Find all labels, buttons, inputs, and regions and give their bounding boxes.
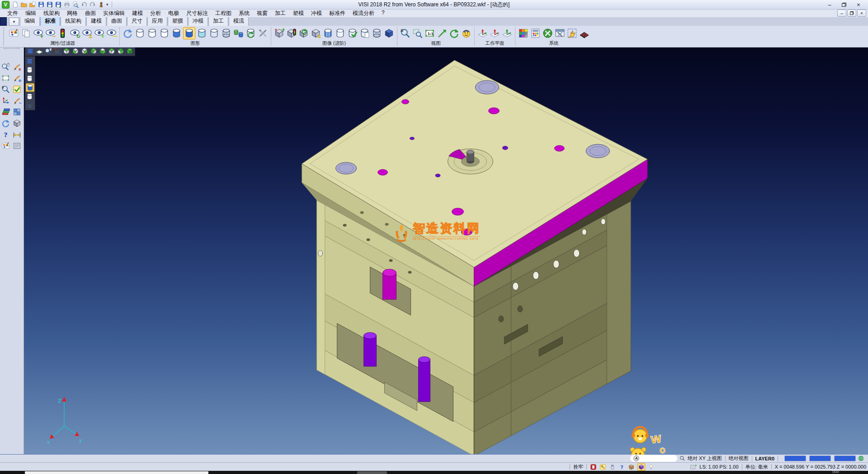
tab-9[interactable]: 加工 (208, 16, 228, 26)
undo-icon[interactable] (80, 1, 88, 8)
notes-board-icon[interactable] (12, 141, 22, 151)
menu-item-16[interactable]: 标准件 (326, 9, 349, 18)
status-jar-icon[interactable] (609, 464, 616, 470)
settings-ball-icon[interactable] (542, 28, 553, 39)
units-label[interactable]: 单位: 毫米 (745, 464, 768, 470)
tab-5[interactable]: 尺寸 (127, 16, 147, 26)
zoom-1to1-icon[interactable]: 1:1 (424, 28, 435, 39)
menu-item-18[interactable]: ? (378, 9, 388, 18)
viewport-3d[interactable]: Z x y 智造资料网 INTELLIGENT MANUFACTURING DA… (24, 47, 868, 455)
measure-icon[interactable] (12, 130, 22, 139)
display-outline-3-icon[interactable] (26, 93, 33, 100)
status-workplane-cube-icon[interactable] (637, 463, 645, 471)
tab-4[interactable]: 曲面 (107, 16, 127, 26)
app-logo-icon[interactable]: V (2, 1, 9, 9)
restore-button[interactable] (840, 1, 848, 8)
refresh-view-icon[interactable] (1, 118, 10, 128)
shading-settings-icon[interactable] (257, 28, 269, 39)
menu-item-13[interactable]: 加工 (271, 9, 289, 18)
menu-item-17[interactable]: 模流分析 (349, 9, 378, 18)
layer-list-icon[interactable] (26, 57, 33, 65)
quick-access-dropdown-icon[interactable]: ▾ (106, 2, 108, 7)
view-orientation-label[interactable]: 绝对 XY 上视图 (688, 455, 722, 462)
view-face-icon[interactable] (461, 28, 472, 39)
snap-settings-icon[interactable]: + (566, 28, 578, 39)
transparent-view-icon[interactable] (196, 28, 208, 39)
striped-cylinder-blue-icon[interactable] (322, 28, 334, 39)
cylinder-outline-1-icon[interactable] (134, 28, 146, 39)
close-button[interactable]: × (854, 1, 863, 8)
view-cube-3-icon[interactable] (80, 47, 89, 55)
annotation-a-icon[interactable]: A (633, 455, 640, 462)
cylinder-outline-3-icon[interactable] (159, 28, 170, 39)
status-lamp-icon[interactable] (648, 464, 655, 470)
active-layer-label[interactable]: LAYER0 (755, 456, 774, 461)
redo-icon[interactable] (89, 1, 96, 8)
solid-report-icon[interactable] (359, 28, 370, 39)
tab-6[interactable]: 应用 (147, 16, 167, 26)
workplane-align-icon[interactable] (489, 28, 500, 39)
view-cube-2-icon[interactable] (71, 47, 80, 55)
shaded-view-icon[interactable] (171, 28, 182, 39)
annotation-pill[interactable]: A (630, 455, 677, 462)
menu-item-3[interactable]: 网格 (63, 9, 81, 18)
show-all-icon[interactable]: + (94, 28, 105, 39)
viewport-canvas[interactable]: Z x y (24, 47, 868, 455)
view-mode-label[interactable]: 绝对视图 (729, 455, 749, 462)
tab-10[interactable]: 模流 (229, 16, 249, 26)
wireframe-view-icon[interactable] (221, 28, 232, 39)
view-axis-icon[interactable] (53, 47, 61, 55)
layer-palette-icon[interactable] (1, 107, 10, 117)
display-outline-1-icon[interactable] (26, 66, 33, 74)
menu-item-5[interactable]: 实体编辑 (99, 9, 128, 18)
print-icon[interactable] (63, 1, 71, 8)
globe-icon[interactable] (858, 455, 864, 462)
mdi-minimize-button[interactable]: – (837, 9, 846, 17)
attribute-table-icon[interactable] (530, 28, 541, 39)
ghost-view-icon[interactable] (208, 28, 220, 39)
save-icon[interactable] (38, 1, 45, 8)
view-cube-1-icon[interactable] (62, 47, 71, 55)
grid-snap-icon[interactable]: + (690, 464, 697, 470)
add-to-image-icon[interactable]: + (274, 28, 285, 39)
hide-all-icon[interactable]: — (106, 28, 117, 39)
print-preview-icon[interactable] (72, 1, 79, 8)
workplane-move-icon[interactable] (501, 28, 513, 39)
sketch-delete-icon[interactable]: x (12, 62, 22, 71)
new-file-icon[interactable] (12, 1, 19, 8)
menu-item-4[interactable]: 曲面 (81, 9, 99, 18)
show-entities-icon[interactable]: + (33, 28, 44, 39)
sketch-circle-icon[interactable]: o (12, 73, 22, 83)
cylinder-pair-icon[interactable] (233, 28, 244, 39)
view-cube-7-icon[interactable] (117, 47, 125, 55)
tab-8[interactable]: 冲模 (188, 16, 208, 26)
mdi-close-button[interactable]: × (857, 9, 866, 17)
menu-item-2[interactable]: 线架构 (40, 9, 63, 18)
lock-toggle[interactable]: 拴牢 (573, 464, 583, 470)
material-palette-icon[interactable] (1, 141, 10, 151)
sketch-curve-icon[interactable]: ~ (12, 96, 22, 105)
solid-preview-icon[interactable] (12, 118, 22, 128)
cylinder-outline-2-icon[interactable] (146, 28, 158, 39)
display-outline-2-icon[interactable] (26, 75, 33, 82)
session-icon[interactable] (98, 1, 105, 8)
refresh-image-icon[interactable] (298, 28, 309, 39)
menu-item-12[interactable]: 视窗 (253, 9, 271, 18)
menu-item-0[interactable]: 文件 (4, 9, 22, 18)
view-cube-6-icon[interactable] (108, 47, 116, 55)
move-axis-icon[interactable] (1, 96, 10, 105)
tab-7[interactable]: 塑膜 (168, 16, 188, 26)
menu-item-8[interactable]: 电极 (165, 9, 183, 18)
view-plane-icon[interactable] (35, 47, 43, 55)
open-document-icon[interactable] (29, 1, 36, 8)
update-shading-icon[interactable] (245, 28, 256, 39)
zoom-extents-icon[interactable] (436, 28, 448, 39)
view-cube-8-icon[interactable] (126, 47, 134, 55)
export-icon[interactable]: ↥ (55, 1, 62, 8)
tab-2[interactable]: 线架构 (61, 16, 86, 26)
regen-graphics-icon[interactable] (122, 28, 133, 39)
modify-attributes-icon[interactable] (8, 28, 19, 39)
workplane-icon[interactable] (477, 28, 488, 39)
frame-select-icon[interactable] (1, 73, 10, 83)
grid-settings-icon[interactable] (579, 28, 590, 39)
